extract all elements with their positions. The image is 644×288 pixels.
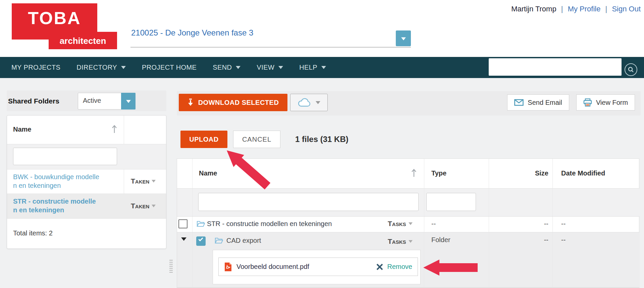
chevron-down-icon: [321, 66, 326, 69]
separator: |: [605, 5, 607, 13]
sidebar-item-str[interactable]: STR - constructie modellen en tekeningen…: [7, 194, 166, 219]
chevron-down-icon: [409, 222, 413, 225]
cloud-actions-button[interactable]: [290, 94, 328, 111]
sidebar-total-row: Total items: 2: [7, 219, 166, 249]
document-toolbar: DOWNLOAD SELECTED Send Email View For: [177, 91, 641, 116]
sign-out-link[interactable]: Sign Out: [612, 5, 641, 13]
column-header-size[interactable]: Size: [489, 169, 548, 177]
folder-status-dropdown-button[interactable]: [121, 93, 136, 110]
nav-send[interactable]: SEND: [213, 64, 240, 71]
app-window: TOBA architecten 210025 - De Jonge Veene…: [0, 0, 644, 288]
folder-status-select[interactable]: Active: [78, 93, 136, 110]
nav-view[interactable]: VIEW: [257, 64, 283, 71]
column-header-date-modified[interactable]: Date Modified: [561, 169, 605, 177]
grid-line: [177, 287, 640, 288]
logo-subtitle: architecten: [49, 36, 117, 46]
nav-help[interactable]: HELP: [299, 64, 326, 71]
shared-folders-title: Shared Folders: [8, 97, 59, 105]
files-summary: 1 files (31 KB): [295, 135, 348, 144]
download-selected-button[interactable]: DOWNLOAD SELECTED: [179, 94, 287, 111]
grid-line: [424, 159, 424, 288]
row-date-modified: --: [561, 220, 566, 228]
pdf-icon: [224, 262, 232, 272]
project-selector[interactable]: 210025 - De Jonge Veenen fase 3: [130, 28, 411, 48]
view-form-button[interactable]: View Form: [576, 94, 635, 111]
row-name-str[interactable]: STR - constructie modellen en tekeningen: [207, 220, 332, 228]
row-checkbox-str[interactable]: [178, 219, 187, 228]
chevron-down-icon: [126, 100, 131, 103]
chevron-down-icon: [316, 101, 320, 104]
tasks-dropdown[interactable]: Tasks: [388, 220, 413, 228]
chevron-down-icon: [409, 240, 413, 243]
my-profile-link[interactable]: My Profile: [568, 5, 601, 13]
folder-link-bwk[interactable]: BWK - bouwkundige modellen en tekeningen: [13, 172, 99, 190]
name-filter-input[interactable]: [198, 193, 419, 211]
sort-up-icon[interactable]: [411, 169, 417, 177]
project-dropdown-button[interactable]: [396, 30, 411, 46]
grid-line: [552, 159, 553, 288]
grid-line: [192, 159, 193, 288]
user-name: Martijn Tromp: [511, 5, 556, 13]
cancel-button[interactable]: CANCEL: [233, 131, 280, 148]
remove-file-link[interactable]: Remove: [387, 263, 412, 271]
nav-project-home[interactable]: PROJECT HOME: [142, 64, 197, 71]
chevron-down-icon: [401, 37, 406, 40]
row-expander-icon[interactable]: [181, 237, 186, 241]
sidebar-name-column-header[interactable]: Name: [13, 126, 31, 133]
upload-button[interactable]: UPLOAD: [180, 131, 227, 148]
chevron-down-icon: [121, 66, 126, 69]
column-header-type[interactable]: Type: [431, 169, 446, 177]
grid-line: [177, 216, 640, 217]
project-selector-value: 210025 - De Jonge Veenen fase 3: [131, 28, 253, 38]
sidebar-name-filter-input[interactable]: [13, 148, 117, 165]
sort-up-icon[interactable]: [112, 125, 117, 134]
printer-icon: [583, 98, 592, 106]
folder-status-value: Active: [83, 97, 101, 104]
view-form-label: View Form: [596, 99, 628, 106]
sidebar-filter-row: [7, 144, 166, 169]
chevron-down-icon: [152, 205, 156, 207]
tasks-dropdown[interactable]: Tasks: [388, 237, 413, 245]
column-header-name[interactable]: Name: [199, 169, 217, 177]
chevron-down-icon: [236, 66, 240, 69]
chevron-down-icon: [278, 66, 283, 69]
row-name-cad[interactable]: CAD export: [226, 237, 261, 244]
row-size: --: [489, 236, 548, 244]
panel-resize-handle[interactable]: [169, 260, 173, 274]
download-icon: [187, 98, 194, 106]
taken-dropdown[interactable]: Taken: [131, 177, 156, 185]
search-button[interactable]: [625, 63, 637, 76]
search-input[interactable]: [489, 58, 622, 76]
row-size: --: [489, 220, 548, 228]
send-email-button[interactable]: Send Email: [507, 94, 569, 111]
open-folder-icon: [197, 220, 205, 227]
search-icon: [628, 66, 634, 73]
documents-table: Name Type Size Date Modified STR - const…: [177, 158, 639, 288]
type-filter-input[interactable]: [426, 193, 476, 211]
row-date-modified: --: [561, 236, 566, 244]
nav-my-projects[interactable]: MY PROJECTS: [11, 64, 60, 71]
grid-line: [177, 232, 640, 232]
x-mark-icon[interactable]: [376, 263, 383, 271]
envelope-icon: [514, 99, 524, 106]
row-checkbox-cad-checked[interactable]: [196, 236, 206, 246]
open-folder-icon: [215, 237, 223, 244]
chevron-down-icon: [152, 180, 156, 183]
taken-dropdown[interactable]: Taken: [131, 202, 156, 210]
folder-link-str[interactable]: STR - constructie modellen en tekeningen: [13, 197, 96, 214]
total-items-label: Total items: 2: [13, 229, 53, 237]
logo-title: TOBA: [12, 8, 97, 28]
cloud-icon: [298, 98, 311, 107]
row-type: --: [431, 220, 436, 228]
row-type: Folder: [431, 236, 450, 244]
send-email-label: Send Email: [528, 99, 562, 106]
upload-file-row: Voorbeeld document.pdf Remove: [218, 258, 418, 276]
grid-line: [177, 188, 640, 189]
nav-directory[interactable]: DIRECTORY: [76, 64, 126, 71]
upload-file-name: Voorbeeld document.pdf: [236, 263, 376, 271]
sidebar-item-bwk[interactable]: BWK - bouwkundige modellen en tekeningen…: [7, 169, 166, 194]
user-menu: Martijn Tromp | My Profile | Sign Out: [511, 5, 641, 13]
separator: |: [561, 5, 563, 13]
download-selected-label: DOWNLOAD SELECTED: [198, 99, 279, 106]
checkmark-icon: [198, 236, 203, 241]
